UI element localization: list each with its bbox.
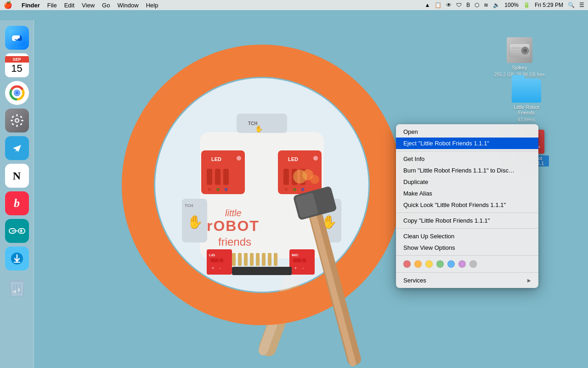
dock-finder[interactable] <box>5 26 29 50</box>
notes-icon[interactable]: 📋 <box>435 2 441 8</box>
dock-calendar[interactable]: SEP 15 <box>5 53 29 77</box>
svg-rect-13 <box>16 125 17 127</box>
dock-downloader[interactable] <box>5 247 29 270</box>
drive-icon[interactable]: ▲ <box>424 2 430 8</box>
ctx-burn[interactable]: Burn "Little Robot Friends 1.1.1" to Dis… <box>396 165 538 176</box>
svg-rect-45 <box>215 169 220 185</box>
folder-label: Little Robot Friends <box>508 104 545 115</box>
list-icon[interactable]: ☰ <box>579 2 584 8</box>
ctx-divider-1 <box>396 151 538 151</box>
svg-text:LED: LED <box>211 156 221 162</box>
ctx-color-gray[interactable] <box>469 260 477 268</box>
calendar-day: 15 <box>11 63 22 75</box>
ctx-open[interactable]: Open <box>396 126 538 138</box>
search-icon[interactable]: 🔍 <box>568 2 575 8</box>
svg-rect-46 <box>223 169 229 185</box>
svg-text:-: - <box>302 266 304 270</box>
svg-text:✋: ✋ <box>187 214 203 230</box>
menu-finder[interactable]: Finder <box>22 2 40 9</box>
dock: SEP 15 <box>0 20 34 368</box>
svg-point-102 <box>523 49 527 52</box>
bluetooth-icon[interactable]: ⬡ <box>475 2 479 8</box>
menu-help[interactable]: Help <box>146 2 158 9</box>
dock-chrome[interactable] <box>5 81 29 105</box>
svg-text:B: B <box>225 187 228 192</box>
svg-text:TCH: TCH <box>185 203 193 208</box>
wifi-icon[interactable]: ≋ <box>484 2 488 8</box>
svg-text:R: R <box>285 187 288 192</box>
svg-text:✋: ✋ <box>255 125 263 133</box>
svg-point-58 <box>310 175 319 184</box>
svg-text:rOBOT: rOBOT <box>207 218 260 234</box>
battery-icon: 🔋 <box>523 2 530 8</box>
ctx-divider-4 <box>396 255 538 256</box>
svg-rect-93 <box>274 253 277 266</box>
ctx-copy[interactable]: Copy "Little Robot Friends 1.1.1" <box>396 215 538 226</box>
menubar-right: ▲ 📋 👁 🛡 B ⬡ ≋ 🔈 100% 🔋 Fri 5:29 PM 🔍 ☰ <box>424 2 584 8</box>
menubar: 🍎 Finder File Edit View Go Window Help ▲… <box>0 0 588 10</box>
dock-system-preferences[interactable] <box>5 109 29 132</box>
folder-icon <box>512 79 541 103</box>
menu-edit[interactable]: Edit <box>64 2 74 9</box>
ctx-get-info[interactable]: Get Info <box>396 153 538 165</box>
svg-text:B: B <box>301 187 305 192</box>
volume-icon[interactable]: 🔈 <box>493 2 500 8</box>
ctx-color-blue[interactable] <box>447 260 455 268</box>
svg-rect-15 <box>21 120 23 121</box>
dock-arduino[interactable] <box>5 219 29 243</box>
svg-rect-83 <box>302 259 306 262</box>
svg-rect-103 <box>511 47 521 49</box>
svg-text:R: R <box>208 187 211 192</box>
desktop-item-spikey[interactable]: Spikey 255.2 GB, 28.98 GB free <box>492 35 547 79</box>
ctx-color-labels <box>396 258 538 270</box>
camera-icon[interactable]: B <box>466 2 470 8</box>
svg-rect-77 <box>220 259 223 262</box>
desktop: SEP 15 <box>0 10 588 368</box>
ctx-duplicate[interactable]: Duplicate <box>396 176 538 188</box>
svg-rect-90 <box>256 253 260 266</box>
shield-icon[interactable]: 🛡 <box>456 2 462 8</box>
svg-rect-17 <box>20 123 23 126</box>
svg-rect-30 <box>14 278 20 281</box>
desktop-item-folder[interactable]: Little Robot Friends 43 Items <box>506 77 547 124</box>
ctx-color-red[interactable] <box>403 260 411 268</box>
svg-point-52 <box>313 156 318 161</box>
context-menu: Open Eject "Little Robot Friends 1.1.1" … <box>396 124 538 288</box>
svg-rect-44 <box>207 169 212 185</box>
eye-icon[interactable]: 👁 <box>446 2 452 8</box>
datetime: Fri 5:29 PM <box>535 2 563 8</box>
dock-telegram[interactable] <box>5 136 29 160</box>
svg-point-35 <box>17 288 20 292</box>
menu-view[interactable]: View <box>82 2 95 9</box>
ctx-color-yellow[interactable] <box>425 260 433 268</box>
robot-illustration: LED R G B LED <box>110 33 409 368</box>
svg-point-11 <box>16 119 18 122</box>
menu-file[interactable]: File <box>47 2 57 9</box>
menu-window[interactable]: Window <box>117 2 138 9</box>
apple-menu-icon[interactable]: 🍎 <box>4 1 12 9</box>
ctx-color-green[interactable] <box>436 260 444 268</box>
svg-rect-91 <box>262 253 266 266</box>
svg-rect-94 <box>232 267 292 275</box>
folder-sublabel: 43 Items <box>518 117 535 122</box>
svg-text:MIC: MIC <box>292 253 299 257</box>
ctx-color-orange[interactable] <box>414 260 422 268</box>
dock-beats[interactable]: b <box>5 191 29 215</box>
ctx-show-view-options[interactable]: Show View Options <box>396 242 538 253</box>
ctx-clean-up-selection[interactable]: Clean Up Selection <box>396 230 538 242</box>
menu-go[interactable]: Go <box>102 2 110 9</box>
ctx-quick-look[interactable]: Quick Look "Little Robot Friends 1.1.1" <box>396 199 538 211</box>
svg-rect-76 <box>210 259 219 262</box>
svg-rect-12 <box>16 114 17 116</box>
dock-notion[interactable]: N <box>5 164 29 188</box>
svg-text:LIG: LIG <box>209 253 215 257</box>
svg-rect-86 <box>232 253 236 266</box>
ctx-eject[interactable]: Eject "Little Robot Friends 1.1.1" <box>396 138 538 149</box>
dock-trash[interactable] <box>5 274 29 298</box>
spikey-label: Spikey <box>512 65 527 70</box>
svg-rect-53 <box>283 169 289 185</box>
ctx-color-purple[interactable] <box>458 260 466 268</box>
ctx-make-alias[interactable]: Make Alias <box>396 188 538 199</box>
svg-point-34 <box>13 290 17 293</box>
ctx-services[interactable]: Services ▶ <box>396 275 538 286</box>
